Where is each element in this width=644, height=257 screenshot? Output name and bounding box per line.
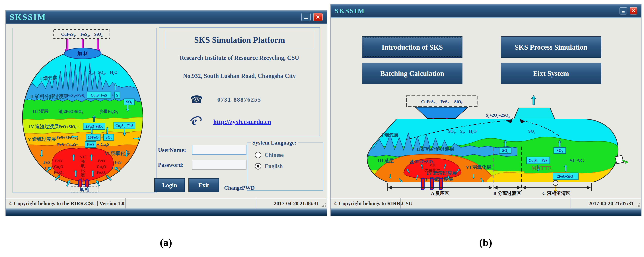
- svg-text:Fe₃O₄: Fe₃O₄: [96, 170, 106, 175]
- phone-icon: ☎: [190, 94, 203, 105]
- layer5-box1-a: 10FeO: [88, 135, 98, 139]
- so2-flight-label: SO₂: [528, 129, 535, 133]
- login-button[interactable]: Login: [154, 178, 185, 192]
- caption-a: (a): [160, 236, 172, 249]
- app-title: SKSSIM: [334, 7, 365, 15]
- svg-text:氧: 氧: [80, 164, 85, 168]
- radio-chinese-icon: [255, 152, 261, 158]
- phone-row: ☎ 0731-88876255: [190, 94, 261, 105]
- resize-grip[interactable]: [322, 198, 326, 209]
- layer1-label-a: I 烟气层: [40, 76, 57, 81]
- zone-a-label: A 反应区: [431, 191, 450, 196]
- fes-right-a: FeS: [115, 160, 122, 164]
- username-input[interactable]: [192, 145, 246, 155]
- close-icon: ✕: [316, 14, 320, 20]
- layer2-box1-a: Cu₂S+FeS: [91, 93, 107, 97]
- layer3-slag-a: 渣 2FeO·SiO₂: [58, 109, 83, 114]
- layer5-box3-a: FeO: [87, 142, 94, 147]
- platform-title: SKS Simulation Platform: [194, 35, 285, 45]
- language-label: System Language:: [251, 139, 298, 146]
- resize-grip[interactable]: [636, 198, 641, 209]
- layer1-label-b: I 烟气层: [382, 132, 398, 138]
- process-simulation-button[interactable]: SKS Process Simulation: [501, 36, 601, 58]
- minimize-button[interactable]: [301, 13, 311, 21]
- website-link[interactable]: http://zyxh.csu.edu.cn: [213, 118, 271, 125]
- layer2-formula-a: CuFeS₂+FeS₂→: [62, 93, 89, 98]
- layer7-label-b: 强氧化层: [424, 168, 440, 173]
- app-title: SKSSIM: [10, 12, 46, 22]
- svg-text:强: 强: [81, 159, 85, 164]
- status-spacer: [126, 198, 256, 209]
- svg-text:Cu₂O: Cu₂O: [97, 164, 106, 169]
- language-groupbox: System Language: Chinese English: [247, 139, 323, 191]
- fes-left-a: FeS: [43, 160, 50, 164]
- status-spacer: [400, 198, 570, 209]
- lance-label-a: 氧 枪: [80, 187, 90, 192]
- matte-label: MATTE: [532, 165, 552, 171]
- url-row: e http://zyxh.csu.edu.cn: [190, 116, 271, 128]
- layer2-box2-a: S: [116, 93, 118, 97]
- svg-text:SO₂: SO₂: [502, 148, 508, 153]
- layer4-box2-a: Cu₂S、FeS: [115, 124, 134, 128]
- svg-text:Fe₃O₄: Fe₃O₄: [54, 170, 64, 175]
- info-panel: SKS Simulation Platform Research Institu…: [159, 27, 320, 136]
- radio-chinese[interactable]: Chinese: [255, 152, 321, 158]
- svg-text:FeO: FeO: [98, 159, 105, 163]
- furnace-layers-b: [365, 117, 626, 184]
- radio-english-icon: [255, 163, 261, 170]
- minimize-button[interactable]: [620, 7, 627, 14]
- organization-line: Research Institute of Resource Recycling…: [159, 54, 320, 61]
- feed-funnel-b: [416, 107, 468, 118]
- gas-text-b: SO₂、 S₂、 H₂O: [448, 129, 476, 133]
- main-menu-body: Introduction of SKS SKS Process Simulati…: [330, 18, 641, 198]
- close-button[interactable]: ✕: [630, 7, 637, 14]
- status-bar-a: © Copyright belongs to the RIRR.CSU | Ve…: [6, 198, 326, 209]
- layer6-label-b: VI 弱氧化层: [466, 165, 491, 170]
- batching-calculation-button[interactable]: Batching Calculation: [362, 63, 462, 84]
- svg-text:Cu₂O: Cu₂O: [54, 164, 63, 169]
- close-icon: ✕: [632, 8, 635, 13]
- platform-title-box: SKS Simulation Platform: [165, 31, 314, 49]
- svg-text:SO₂: SO₂: [556, 148, 563, 153]
- radio-english-label: English: [264, 163, 283, 170]
- furnace-diagram-b: CuFeS₂、 FeS₂、 SiO₂: [361, 93, 630, 198]
- layer5-box2-a: SO₂: [106, 135, 112, 139]
- so2-box-text-a: SO₂: [126, 100, 132, 104]
- layer4-box1-a: 2FeO·SiO₂: [86, 124, 103, 129]
- change-password-link[interactable]: ChangePWD: [224, 185, 255, 191]
- feed-material-text-a: CuFeS₂、 FeS₂、 SiO₂: [61, 32, 102, 36]
- close-button[interactable]: ✕: [313, 13, 323, 21]
- ie-browser-icon: e: [190, 116, 202, 128]
- feed-port-label-a: 加 料: [77, 51, 88, 56]
- password-input[interactable]: [192, 160, 246, 170]
- clock-text-b: 2017-04-20 21:07:31: [570, 198, 636, 209]
- exit-button[interactable]: Exit: [188, 178, 219, 192]
- svg-text:层: 层: [80, 173, 85, 177]
- clock-text-a: 2017-04-20 21:06:31: [256, 198, 322, 209]
- svg-text:VII: VII: [80, 155, 86, 159]
- password-label: Password:: [158, 162, 184, 168]
- svg-text:2FeO·SiO₂: 2FeO·SiO₂: [557, 174, 574, 179]
- address-line: No.932, South Lushan Road, Changsha City: [159, 73, 320, 79]
- title-bar-a[interactable]: SKSSIM ✕: [6, 10, 326, 24]
- layer5-formula1-a: FeS+3Fe₃O₄=: [56, 135, 80, 140]
- title-bar-b[interactable]: SKSSIM ✕: [330, 4, 641, 18]
- layer4-formula-a: 2FeO+SiO₂=: [56, 124, 79, 129]
- login-window: SKSSIM ✕ CuFeS₂、 FeS₂、 SiO₂: [6, 10, 327, 216]
- layer5-formula2-tail-a: + Cu₂S: [97, 142, 109, 147]
- matte-tap-hole: [553, 180, 558, 186]
- status-bar-b: © Copyright belongs to RIRR.CSU 2017-04-…: [330, 198, 641, 209]
- radio-english[interactable]: English: [255, 163, 321, 170]
- svg-text:Cu₂S、 FeS: Cu₂S、 FeS: [529, 158, 548, 163]
- oxygen-lances-b: [421, 178, 442, 190]
- layer7-roman-b: VII: [429, 163, 436, 167]
- furnace-diagram-panel-a: CuFeS₂、 FeS₂、 SiO₂: [12, 28, 156, 193]
- window-bottom-frame-a: [6, 209, 326, 216]
- radio-selected-dot: [257, 165, 259, 168]
- copyright-text-b: © Copyright belongs to RIRR.CSU: [330, 198, 400, 209]
- layer4-label-a: IV 造渣过渡层: [29, 124, 59, 129]
- exit-system-button[interactable]: Eixt System: [501, 63, 601, 84]
- introduction-button[interactable]: Introduction of SKS: [362, 36, 462, 58]
- window-bottom-frame-b: [330, 209, 641, 216]
- main-menu-window: SKSSIM ✕ Introduction of SKS SKS Process…: [330, 4, 642, 216]
